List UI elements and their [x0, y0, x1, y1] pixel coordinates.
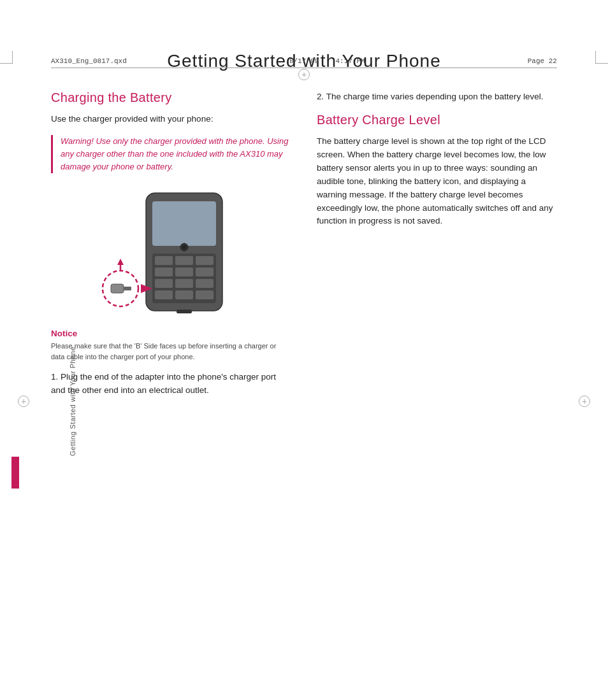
svg-rect-6	[155, 268, 173, 276]
step-1-text: 1. Plug the end of the adapter into the …	[51, 371, 291, 397]
notice-text: Please make sure that the 'B' Side faces…	[51, 341, 291, 362]
right-column: 2. The charge time varies depending upon…	[317, 90, 557, 406]
svg-rect-19	[111, 284, 124, 293]
print-header-page: Page 22	[528, 57, 557, 65]
main-content: Charging the Battery Use the charger pro…	[0, 90, 608, 457]
svg-point-16	[182, 245, 186, 249]
svg-rect-10	[175, 279, 193, 288]
svg-rect-8	[196, 268, 214, 276]
left-column: Charging the Battery Use the charger pro…	[51, 90, 291, 406]
reg-mark-top	[298, 69, 310, 80]
svg-rect-7	[175, 268, 193, 276]
svg-rect-3	[155, 256, 173, 265]
battery-charge-body: The battery charge level is shown at the…	[317, 135, 557, 228]
phone-image	[89, 190, 254, 317]
step-2-text: 2. The charge time varies depending upon…	[317, 90, 557, 104]
page-wrapper: AX310_Eng_0817.qxd 8/17/09 4:17 PM Page …	[0, 51, 608, 700]
battery-charge-heading: Battery Charge Level	[317, 113, 557, 127]
phone-svg	[89, 190, 254, 317]
print-header: AX310_Eng_0817.qxd 8/17/09 4:17 PM Page …	[51, 57, 557, 68]
svg-rect-11	[196, 279, 214, 288]
svg-rect-4	[175, 256, 193, 265]
reg-mark-left	[18, 396, 29, 407]
charging-intro: Use the charger provided with your phone…	[51, 113, 291, 126]
notice-label: Notice	[51, 329, 291, 338]
sidebar-indicator-bar	[11, 457, 19, 489]
svg-rect-5	[196, 256, 214, 265]
corner-mark-tr	[595, 51, 608, 64]
warning-text: Warning! Use only the charger provided w…	[61, 135, 291, 173]
corner-mark-tl	[0, 51, 13, 64]
sidebar-rotated-text: Getting Started with Your Phone	[69, 346, 76, 455]
print-header-filename: AX310_Eng_0817.qxd	[51, 57, 127, 65]
svg-rect-14	[196, 290, 214, 299]
svg-marker-23	[117, 259, 124, 265]
svg-rect-13	[175, 290, 193, 299]
phone-image-container	[51, 183, 291, 324]
charging-heading: Charging the Battery	[51, 90, 291, 105]
reg-mark-right	[579, 396, 590, 407]
svg-rect-1	[152, 201, 216, 246]
svg-rect-17	[177, 310, 192, 313]
svg-rect-9	[155, 279, 173, 288]
print-header-date: 8/17/09 4:17 PM	[289, 57, 365, 65]
warning-block: Warning! Use only the charger provided w…	[51, 135, 291, 173]
svg-rect-12	[155, 290, 173, 299]
svg-rect-20	[124, 287, 131, 290]
